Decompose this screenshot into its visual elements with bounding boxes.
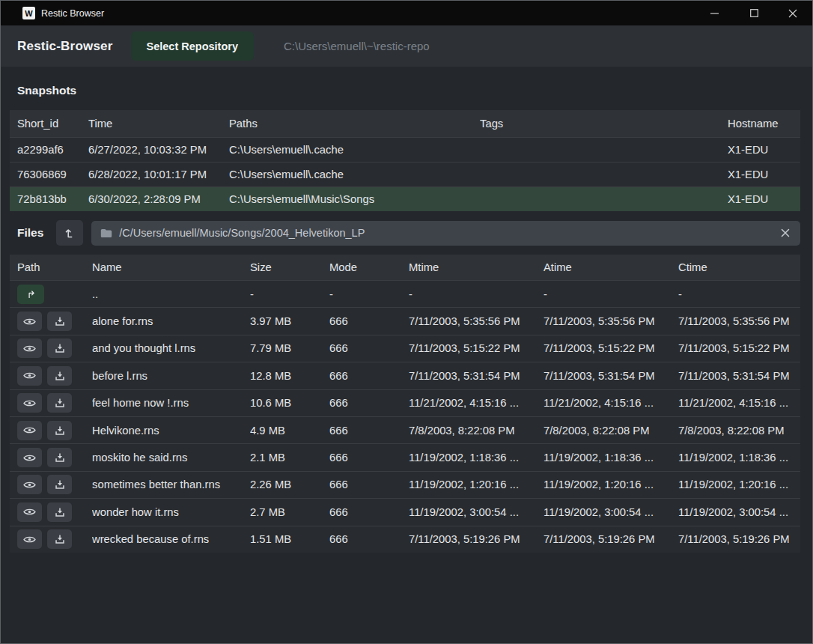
close-button[interactable]: [773, 1, 812, 25]
minimize-icon: [710, 9, 719, 18]
snapshot-hostname-cell: X1-EDU: [728, 138, 800, 162]
preview-file-button[interactable]: [17, 502, 42, 522]
column-header-size: Size: [250, 255, 329, 280]
file-row: and you thought l.rns 7.79 MB 666 7/11/2…: [10, 335, 800, 362]
preview-file-button[interactable]: [17, 366, 42, 386]
snapshot-row[interactable]: 72b813bb 6/30/2022, 2:28:09 PM C:\Users\…: [10, 186, 800, 211]
file-size-cell: 3.97 MB: [250, 308, 329, 334]
file-mtime-cell: 11/19/2002, 1:18:36 ...: [409, 444, 543, 470]
preview-file-button[interactable]: [17, 529, 42, 549]
download-icon: [55, 398, 65, 408]
file-size-cell: 1.51 MB: [250, 526, 329, 553]
file-atime-cell: 7/11/2003, 5:35:56 PM: [543, 308, 678, 334]
repository-path: C:\Users\emuell\~\restic-repo: [284, 40, 430, 52]
arrow-up-right-icon: [25, 288, 37, 300]
select-repository-button[interactable]: Select Repository: [131, 31, 255, 61]
download-file-button[interactable]: [47, 529, 72, 549]
file-size-cell: 4.9 MB: [250, 417, 329, 443]
preview-file-button[interactable]: [17, 475, 42, 494]
clear-path-button[interactable]: [779, 228, 791, 237]
download-file-button[interactable]: [47, 393, 72, 413]
download-icon: [55, 479, 65, 490]
download-icon: [55, 534, 65, 544]
snapshot-row[interactable]: 76306869 6/28/2022, 10:01:17 PM C:\Users…: [10, 162, 800, 186]
file-row-actions: [17, 526, 92, 553]
parent-row-atime: -: [543, 281, 678, 307]
file-name-cell: feel home now !.rns: [92, 390, 250, 416]
file-row-actions: [17, 472, 92, 498]
file-mode-cell: 666: [329, 499, 409, 525]
download-file-button[interactable]: [47, 312, 72, 331]
file-mtime-cell: 7/11/2003, 5:35:56 PM: [409, 308, 543, 334]
file-size-cell: 2.26 MB: [250, 472, 329, 498]
path-input[interactable]: /C/Users/emuell/Music/Songs/2004_Helveti…: [91, 221, 800, 246]
file-ctime-cell: 7/11/2003, 5:35:56 PM: [678, 308, 800, 334]
file-ctime-cell: 11/21/2002, 4:15:16 ...: [678, 390, 800, 416]
file-mtime-cell: 7/8/2003, 8:22:08 PM: [409, 417, 543, 443]
file-mode-cell: 666: [329, 308, 409, 334]
preview-file-button[interactable]: [17, 338, 42, 358]
column-header-mode: Mode: [329, 255, 409, 280]
file-row-actions: [17, 308, 92, 334]
eye-icon: [23, 398, 36, 408]
eye-icon: [23, 453, 36, 463]
parent-row-name: ..: [92, 281, 250, 307]
file-mode-cell: 666: [329, 335, 409, 362]
column-header-hostname: Hostname: [728, 110, 800, 137]
file-ctime-cell: 7/11/2003, 5:19:26 PM: [678, 526, 800, 553]
maximize-icon: [750, 9, 758, 17]
file-name-cell: alone for.rns: [92, 308, 250, 334]
snapshot-hostname-cell: X1-EDU: [728, 187, 800, 211]
file-mode-cell: 666: [329, 417, 409, 443]
file-name-cell: wrecked because of.rns: [92, 526, 250, 553]
column-header-time: Time: [88, 110, 229, 137]
preview-file-button[interactable]: [17, 393, 42, 413]
titlebar-drag-region[interactable]: W Restic Browser: [1, 1, 812, 25]
download-icon: [55, 507, 65, 517]
eye-icon: [23, 480, 36, 490]
file-row-actions: [17, 390, 92, 416]
file-mode-cell: 666: [329, 526, 409, 553]
snapshot-tags-cell: [480, 162, 728, 186]
snapshot-row[interactable]: a2299af6 6/27/2022, 10:03:32 PM C:\Users…: [10, 137, 800, 162]
file-size-cell: 2.1 MB: [250, 444, 329, 470]
file-name-cell: moskito he said.rns: [92, 444, 250, 470]
download-file-button[interactable]: [47, 366, 72, 386]
snapshot-tags-cell: [480, 138, 728, 162]
download-file-button[interactable]: [47, 502, 72, 522]
file-mtime-cell: 11/19/2002, 1:20:16 ...: [409, 472, 543, 498]
maximize-button[interactable]: [734, 1, 773, 25]
column-header-ctime: Ctime: [678, 255, 800, 280]
path-input-value: /C/Users/emuell/Music/Songs/2004_Helveti…: [119, 227, 773, 239]
preview-file-button[interactable]: [17, 421, 42, 440]
go-to-parent-button[interactable]: [17, 285, 44, 304]
minimize-button[interactable]: [695, 1, 734, 25]
snapshot-short-id-cell: 76306869: [17, 162, 88, 186]
column-header-paths: Paths: [229, 110, 480, 137]
download-file-button[interactable]: [47, 338, 72, 358]
file-mtime-cell: 7/11/2003, 5:15:22 PM: [409, 335, 543, 362]
file-ctime-cell: 11/19/2002, 3:00:54 ...: [678, 499, 800, 525]
preview-file-button[interactable]: [17, 448, 42, 467]
snapshot-time-cell: 6/27/2022, 10:03:32 PM: [88, 138, 229, 162]
column-header-tags: Tags: [480, 110, 728, 137]
download-file-button[interactable]: [47, 475, 72, 494]
preview-file-button[interactable]: [17, 312, 42, 331]
column-header-mtime: Mtime: [409, 255, 543, 280]
download-file-button[interactable]: [47, 421, 72, 440]
eye-icon: [23, 317, 36, 326]
snapshot-tags-cell: [480, 187, 728, 211]
file-name-cell: before l.rns: [92, 362, 250, 389]
file-mode-cell: 666: [329, 472, 409, 498]
file-name-cell: and you thought l.rns: [92, 335, 250, 362]
set-root-path-button[interactable]: [56, 220, 83, 246]
window-controls: [695, 1, 812, 25]
files-section-title: Files: [17, 226, 43, 240]
file-row-actions: [17, 444, 92, 470]
eye-icon: [23, 344, 36, 353]
file-ctime-cell: 7/11/2003, 5:15:22 PM: [678, 335, 800, 362]
app-window: W Restic Browser Restic-Browser Select R…: [0, 0, 813, 644]
download-file-button[interactable]: [47, 448, 72, 467]
column-header-name: Name: [92, 255, 250, 280]
parent-row-mode: -: [329, 281, 409, 307]
